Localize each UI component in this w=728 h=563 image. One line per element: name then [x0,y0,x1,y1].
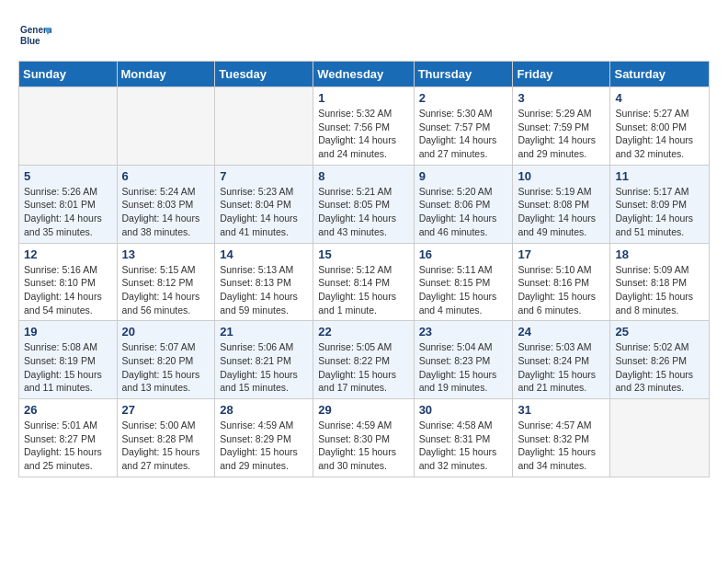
calendar-day-cell: 21Sunrise: 5:06 AMSunset: 8:21 PMDayligh… [215,321,313,399]
day-info: Sunrise: 5:00 AMSunset: 8:28 PMDaylight:… [122,419,210,473]
day-info: Sunrise: 5:21 AMSunset: 8:05 PMDaylight:… [318,185,408,239]
calendar-day-cell: 22Sunrise: 5:05 AMSunset: 8:22 PMDayligh… [313,321,414,399]
day-info: Sunrise: 5:01 AMSunset: 8:27 PMDaylight:… [24,419,112,473]
calendar-day-cell [117,87,215,166]
calendar-week-row: 1Sunrise: 5:32 AMSunset: 7:56 PMDaylight… [19,87,710,166]
day-number: 2 [419,91,508,105]
calendar-day-cell: 31Sunrise: 4:57 AMSunset: 8:32 PMDayligh… [513,399,610,477]
calendar-day-cell: 17Sunrise: 5:10 AMSunset: 8:16 PMDayligh… [513,243,610,321]
day-info: Sunrise: 5:29 AMSunset: 7:59 PMDaylight:… [518,107,605,161]
day-info: Sunrise: 5:23 AMSunset: 8:04 PMDaylight:… [220,185,308,239]
day-info: Sunrise: 5:15 AMSunset: 8:12 PMDaylight:… [122,263,210,317]
calendar-day-cell: 7Sunrise: 5:23 AMSunset: 8:04 PMDaylight… [215,165,313,243]
svg-rect-0 [18,18,51,52]
day-info: Sunrise: 5:04 AMSunset: 8:23 PMDaylight:… [419,340,508,395]
calendar-week-row: 12Sunrise: 5:16 AMSunset: 8:10 PMDayligh… [19,243,710,321]
day-header-tuesday: Tuesday [215,62,313,87]
day-number: 30 [419,403,508,417]
calendar-day-cell: 29Sunrise: 4:59 AMSunset: 8:30 PMDayligh… [313,399,414,477]
day-header-saturday: Saturday [610,62,710,87]
day-number: 3 [518,91,605,105]
day-number: 1 [318,91,408,105]
page-header: General Blue [18,18,710,52]
day-number: 24 [518,325,605,339]
calendar-day-cell: 9Sunrise: 5:20 AMSunset: 8:06 PMDaylight… [414,165,513,243]
day-info: Sunrise: 5:09 AMSunset: 8:18 PMDaylight:… [615,263,704,317]
calendar-day-cell: 3Sunrise: 5:29 AMSunset: 7:59 PMDaylight… [513,87,610,166]
calendar-day-cell: 26Sunrise: 5:01 AMSunset: 8:27 PMDayligh… [19,399,118,477]
calendar-day-cell: 28Sunrise: 4:59 AMSunset: 8:29 PMDayligh… [215,399,313,477]
calendar-day-cell: 18Sunrise: 5:09 AMSunset: 8:18 PMDayligh… [610,243,710,321]
day-number: 4 [615,91,704,105]
day-header-thursday: Thursday [414,62,513,87]
day-info: Sunrise: 5:02 AMSunset: 8:26 PMDaylight:… [615,340,704,395]
day-info: Sunrise: 4:57 AMSunset: 8:32 PMDaylight:… [518,419,605,473]
day-number: 12 [24,247,112,261]
calendar-day-cell: 1Sunrise: 5:32 AMSunset: 7:56 PMDaylight… [313,87,414,166]
day-number: 20 [122,325,210,339]
day-number: 6 [122,169,210,183]
day-number: 29 [318,403,408,417]
day-info: Sunrise: 4:59 AMSunset: 8:30 PMDaylight:… [318,419,408,473]
calendar-day-cell: 10Sunrise: 5:19 AMSunset: 8:08 PMDayligh… [513,165,610,243]
day-number: 23 [419,325,508,339]
calendar-day-cell: 8Sunrise: 5:21 AMSunset: 8:05 PMDaylight… [313,165,414,243]
day-info: Sunrise: 5:24 AMSunset: 8:03 PMDaylight:… [122,185,210,239]
day-info: Sunrise: 5:17 AMSunset: 8:09 PMDaylight:… [615,185,704,239]
day-info: Sunrise: 5:05 AMSunset: 8:22 PMDaylight:… [318,340,408,395]
calendar-day-cell: 5Sunrise: 5:26 AMSunset: 8:01 PMDaylight… [19,165,118,243]
day-info: Sunrise: 4:59 AMSunset: 8:29 PMDaylight:… [220,419,308,473]
day-header-sunday: Sunday [19,62,118,87]
day-number: 17 [518,247,605,261]
calendar-day-cell: 25Sunrise: 5:02 AMSunset: 8:26 PMDayligh… [610,321,710,399]
day-number: 31 [518,403,605,417]
calendar-day-cell: 6Sunrise: 5:24 AMSunset: 8:03 PMDaylight… [117,165,215,243]
calendar-day-cell: 14Sunrise: 5:13 AMSunset: 8:13 PMDayligh… [215,243,313,321]
day-number: 25 [615,325,704,339]
calendar-day-cell: 15Sunrise: 5:12 AMSunset: 8:14 PMDayligh… [313,243,414,321]
day-info: Sunrise: 5:30 AMSunset: 7:57 PMDaylight:… [419,107,508,161]
day-number: 11 [615,169,704,183]
day-number: 26 [24,403,112,417]
calendar-week-row: 19Sunrise: 5:08 AMSunset: 8:19 PMDayligh… [19,321,710,399]
calendar-day-cell: 27Sunrise: 5:00 AMSunset: 8:28 PMDayligh… [117,399,215,477]
day-info: Sunrise: 5:06 AMSunset: 8:21 PMDaylight:… [220,340,308,395]
day-number: 22 [318,325,408,339]
day-number: 13 [122,247,210,261]
calendar-day-cell: 19Sunrise: 5:08 AMSunset: 8:19 PMDayligh… [19,321,118,399]
day-number: 5 [24,169,112,183]
calendar-day-cell [19,87,118,166]
day-header-monday: Monday [117,62,215,87]
day-number: 18 [615,247,704,261]
day-header-friday: Friday [513,62,610,87]
logo: General Blue [18,18,55,52]
day-info: Sunrise: 5:19 AMSunset: 8:08 PMDaylight:… [518,185,605,239]
day-number: 19 [24,325,112,339]
calendar-day-cell: 11Sunrise: 5:17 AMSunset: 8:09 PMDayligh… [610,165,710,243]
calendar-day-cell [610,399,710,477]
calendar-day-cell: 20Sunrise: 5:07 AMSunset: 8:20 PMDayligh… [117,321,215,399]
day-info: Sunrise: 5:16 AMSunset: 8:10 PMDaylight:… [24,263,112,317]
day-header-wednesday: Wednesday [313,62,414,87]
day-info: Sunrise: 5:12 AMSunset: 8:14 PMDaylight:… [318,263,408,317]
day-number: 16 [419,247,508,261]
logo-icon: General Blue [18,18,51,52]
day-info: Sunrise: 5:20 AMSunset: 8:06 PMDaylight:… [419,185,508,239]
day-info: Sunrise: 5:10 AMSunset: 8:16 PMDaylight:… [518,263,605,317]
calendar-week-row: 26Sunrise: 5:01 AMSunset: 8:27 PMDayligh… [19,399,710,477]
calendar-day-cell: 13Sunrise: 5:15 AMSunset: 8:12 PMDayligh… [117,243,215,321]
calendar-day-cell: 16Sunrise: 5:11 AMSunset: 8:15 PMDayligh… [414,243,513,321]
day-info: Sunrise: 5:32 AMSunset: 7:56 PMDaylight:… [318,107,408,161]
day-info: Sunrise: 4:58 AMSunset: 8:31 PMDaylight:… [419,419,508,473]
day-number: 27 [122,403,210,417]
day-number: 8 [318,169,408,183]
day-info: Sunrise: 5:08 AMSunset: 8:19 PMDaylight:… [24,340,112,395]
calendar-day-cell: 12Sunrise: 5:16 AMSunset: 8:10 PMDayligh… [19,243,118,321]
calendar-day-cell: 24Sunrise: 5:03 AMSunset: 8:24 PMDayligh… [513,321,610,399]
calendar: SundayMondayTuesdayWednesdayThursdayFrid… [18,61,710,477]
day-info: Sunrise: 5:26 AMSunset: 8:01 PMDaylight:… [24,185,112,239]
day-number: 14 [220,247,308,261]
day-number: 10 [518,169,605,183]
calendar-header-row: SundayMondayTuesdayWednesdayThursdayFrid… [19,62,710,87]
day-number: 9 [419,169,508,183]
